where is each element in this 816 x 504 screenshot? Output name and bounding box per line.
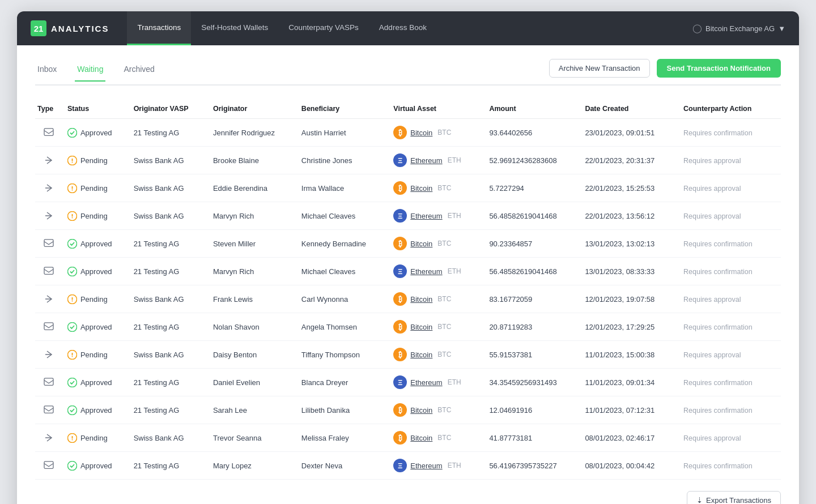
user-menu[interactable]: ◯ Bitcoin Exchange AG ▼ bbox=[692, 23, 785, 33]
table-row[interactable]: Pending Swiss Bank AG Frank Lewis Carl W… bbox=[35, 285, 781, 313]
status-label: Pending bbox=[80, 434, 108, 442]
status-icon bbox=[67, 378, 77, 387]
table-row[interactable]: Pending Swiss Bank AG Brooke Blaine Chri… bbox=[35, 147, 781, 174]
asset-name[interactable]: Bitcoin bbox=[410, 434, 432, 442]
svg-point-21 bbox=[72, 300, 73, 301]
asset-name[interactable]: Bitcoin bbox=[410, 406, 432, 415]
type-icon bbox=[37, 239, 61, 248]
asset-name[interactable]: Bitcoin bbox=[410, 129, 432, 137]
cell-originator: Trevor Seanna bbox=[213, 424, 301, 452]
cell-type bbox=[35, 313, 67, 341]
table-row[interactable]: Pending Swiss Bank AG Trevor Seanna Meli… bbox=[35, 424, 781, 452]
tabs-row: Inbox Waiting Archived Archive New Trans… bbox=[35, 59, 781, 86]
cell-type bbox=[35, 341, 67, 369]
cell-beneficiary: Christine Jones bbox=[301, 147, 393, 174]
cell-virtual-asset[interactable]: Ξ Ethereum ETH bbox=[393, 369, 489, 396]
status-label: Approved bbox=[80, 406, 112, 415]
cell-virtual-asset[interactable]: ₿ Bitcoin BTC bbox=[393, 341, 489, 369]
cell-beneficiary: Tiffany Thompson bbox=[301, 341, 393, 369]
table-row[interactable]: Approved 21 Testing AG Steven Miller Ken… bbox=[35, 230, 781, 258]
table-row[interactable]: Approved 21 Testing AG Jennifer Rodrigue… bbox=[35, 119, 781, 147]
cell-cp-action: Requires confirmation bbox=[683, 230, 781, 258]
nav-transactions[interactable]: Transactions bbox=[127, 11, 191, 45]
cell-virtual-asset[interactable]: Ξ Ethereum ETH bbox=[393, 202, 489, 230]
asset-name[interactable]: Bitcoin bbox=[410, 351, 432, 359]
asset-ticker: BTC bbox=[437, 406, 451, 414]
svg-rect-28 bbox=[44, 378, 53, 385]
status-label: Approved bbox=[80, 323, 112, 331]
cell-type bbox=[35, 230, 67, 258]
tab-waiting[interactable]: Waiting bbox=[75, 65, 105, 82]
cell-virtual-asset[interactable]: ₿ Bitcoin BTC bbox=[393, 174, 489, 202]
cell-virtual-asset[interactable]: Ξ Ethereum ETH bbox=[393, 452, 489, 480]
asset-icon: Ξ bbox=[393, 264, 407, 278]
cell-cp-action: Requires approval bbox=[683, 285, 781, 313]
cell-virtual-asset[interactable]: ₿ Bitcoin BTC bbox=[393, 285, 489, 313]
tab-inbox[interactable]: Inbox bbox=[35, 65, 59, 82]
cell-date: 22/01/2023, 20:31:37 bbox=[585, 147, 683, 174]
asset-name[interactable]: Ethereum bbox=[410, 156, 442, 165]
nav-self-hosted[interactable]: Self-Hosted Wallets bbox=[191, 11, 278, 45]
cell-type bbox=[35, 119, 67, 147]
type-icon bbox=[37, 405, 61, 415]
archive-transaction-button[interactable]: Archive New Transaction bbox=[549, 59, 650, 78]
svg-rect-30 bbox=[44, 406, 53, 413]
table-row[interactable]: Approved 21 Testing AG Marvyn Rich Micha… bbox=[35, 258, 781, 285]
asset-name[interactable]: Bitcoin bbox=[410, 323, 432, 331]
asset-name[interactable]: Ethereum bbox=[410, 378, 442, 387]
export-button[interactable]: ⇣ Export Transactions bbox=[687, 491, 781, 504]
table-row[interactable]: Pending Swiss Bank AG Daisy Benton Tiffa… bbox=[35, 341, 781, 369]
cell-originator: Marvyn Rich bbox=[213, 258, 301, 285]
send-notification-button[interactable]: Send Transaction Notification bbox=[657, 59, 781, 78]
cell-beneficiary: Irma Wallace bbox=[301, 174, 393, 202]
export-icon: ⇣ bbox=[696, 496, 703, 504]
cell-originator: Brooke Blaine bbox=[213, 147, 301, 174]
cell-beneficiary: Carl Wynonna bbox=[301, 285, 393, 313]
table-row[interactable]: Approved 21 Testing AG Mary Lopez Dexter… bbox=[35, 452, 781, 480]
cell-beneficiary: Angela Thomsen bbox=[301, 313, 393, 341]
cell-virtual-asset[interactable]: ₿ Bitcoin BTC bbox=[393, 424, 489, 452]
cell-originator: Daniel Evelien bbox=[213, 369, 301, 396]
cell-virtual-asset[interactable]: Ξ Ethereum ETH bbox=[393, 258, 489, 285]
asset-name[interactable]: Ethereum bbox=[410, 212, 442, 220]
cell-virtual-asset[interactable]: ₿ Bitcoin BTC bbox=[393, 230, 489, 258]
table-row[interactable]: Pending Swiss Bank AG Eddie Berendina Ir… bbox=[35, 174, 781, 202]
app-window: 21 ANALYTICS Transactions Self-Hosted Wa… bbox=[17, 11, 799, 504]
cell-amount: 83.16772059 bbox=[489, 285, 585, 313]
asset-name[interactable]: Bitcoin bbox=[410, 240, 432, 248]
cell-date: 23/01/2023, 09:01:51 bbox=[585, 119, 683, 147]
cell-status: Approved bbox=[67, 452, 134, 480]
status-icon bbox=[67, 239, 77, 249]
nav-address-book[interactable]: Address Book bbox=[369, 11, 437, 45]
col-date: Date Created bbox=[585, 99, 683, 119]
type-icon bbox=[37, 322, 61, 331]
asset-name[interactable]: Ethereum bbox=[410, 267, 442, 276]
cell-amount: 55.91537381 bbox=[489, 341, 585, 369]
cell-originator-vasp: 21 Testing AG bbox=[134, 396, 213, 424]
asset-name[interactable]: Ethereum bbox=[410, 462, 442, 470]
cell-virtual-asset[interactable]: Ξ Ethereum ETH bbox=[393, 147, 489, 174]
asset-name[interactable]: Bitcoin bbox=[410, 295, 432, 304]
nav-counterparty[interactable]: Counterparty VASPs bbox=[278, 11, 369, 45]
table-row[interactable]: Approved 21 Testing AG Daniel Evelien Bl… bbox=[35, 369, 781, 396]
cell-amount: 52.96912436283608 bbox=[489, 147, 585, 174]
cell-status: Pending bbox=[67, 285, 134, 313]
status-icon bbox=[67, 322, 77, 332]
cell-virtual-asset[interactable]: ₿ Bitcoin BTC bbox=[393, 313, 489, 341]
cell-type bbox=[35, 369, 67, 396]
type-icon bbox=[37, 211, 61, 220]
status-icon bbox=[67, 405, 77, 415]
cell-virtual-asset[interactable]: ₿ Bitcoin BTC bbox=[393, 396, 489, 424]
cell-originator: Sarah Lee bbox=[213, 396, 301, 424]
svg-point-31 bbox=[67, 405, 76, 415]
cell-virtual-asset[interactable]: ₿ Bitcoin BTC bbox=[393, 119, 489, 147]
asset-name[interactable]: Bitcoin bbox=[410, 184, 432, 193]
status-label: Approved bbox=[80, 240, 112, 248]
tab-archived[interactable]: Archived bbox=[121, 65, 156, 82]
table-row[interactable]: Pending Swiss Bank AG Marvyn Rich Michae… bbox=[35, 202, 781, 230]
cell-originator-vasp: 21 Testing AG bbox=[134, 452, 213, 480]
cell-cp-action: Requires confirmation bbox=[683, 313, 781, 341]
asset-icon: ₿ bbox=[393, 126, 407, 139]
table-row[interactable]: Approved 21 Testing AG Sarah Lee Lilibet… bbox=[35, 396, 781, 424]
table-row[interactable]: Approved 21 Testing AG Nolan Shavon Ange… bbox=[35, 313, 781, 341]
